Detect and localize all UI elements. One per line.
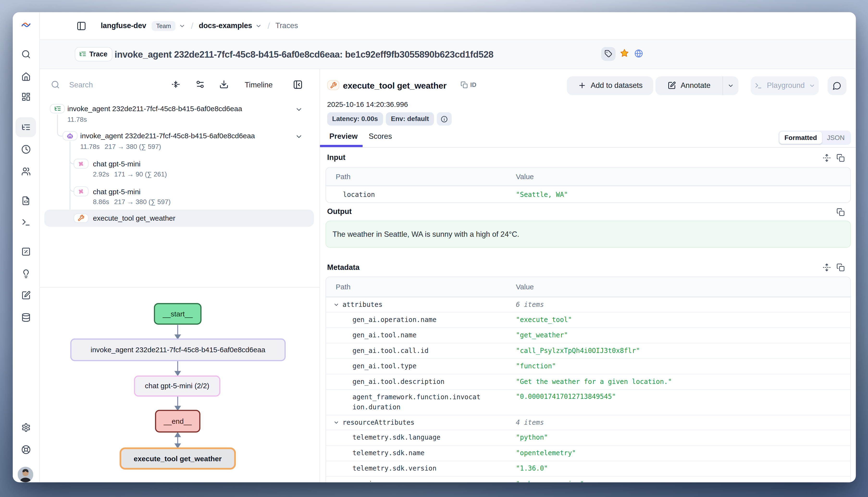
generation-row-icon bbox=[73, 159, 88, 169]
tabs-divider bbox=[320, 147, 856, 148]
search-icon[interactable] bbox=[21, 49, 30, 59]
graph-node-tool[interactable]: execute_tool get_weather bbox=[120, 448, 236, 470]
tree-row-duration: 8.86s bbox=[93, 198, 109, 205]
metadata-label: Metadata bbox=[327, 263, 359, 272]
metadata-table: Path Value attributes 6 items gen_ai.ope… bbox=[326, 276, 851, 482]
home-icon[interactable] bbox=[21, 72, 30, 82]
table-row[interactable]: gen_ai.tool.type"function" bbox=[326, 358, 850, 373]
annotation-icon[interactable] bbox=[21, 291, 30, 300]
breadcrumb-page[interactable]: Traces bbox=[275, 22, 298, 30]
agent-row-icon bbox=[63, 131, 78, 141]
add-to-datasets-button[interactable]: Add to datasets bbox=[567, 76, 653, 95]
tree-row-title[interactable]: invoke_agent 232de211-7fcf-45c8-b415-6af… bbox=[80, 132, 255, 140]
prompts-icon[interactable] bbox=[21, 196, 30, 205]
tab-scores[interactable]: Scores bbox=[369, 132, 392, 140]
avatar[interactable] bbox=[17, 467, 33, 482]
users-icon[interactable] bbox=[21, 167, 30, 176]
graph-node-end[interactable]: __end__ bbox=[155, 410, 201, 432]
badges-row: Latency: 0.00s Env: default bbox=[327, 112, 452, 126]
trace-title-bar: Trace invoke_agent 232de211-7fcf-45c8-b4… bbox=[40, 40, 856, 69]
tree-row-tokens: 217 → 380 (∑ 597) bbox=[105, 142, 161, 150]
traces-icon[interactable] bbox=[21, 123, 30, 132]
sessions-icon[interactable] bbox=[21, 144, 30, 154]
comments-button[interactable] bbox=[828, 76, 846, 95]
trace-title: invoke_agent 232de211-7fcf-45c8-b415-6af… bbox=[115, 40, 493, 69]
breadcrumb-org[interactable]: langfuse-dev bbox=[101, 22, 146, 30]
table-row[interactable]: telemetry.sdk.language"python" bbox=[326, 429, 850, 445]
expand-rows-icon[interactable] bbox=[823, 153, 831, 162]
observation-detail-panel: execute_tool get_weather ID Add to datas… bbox=[320, 69, 856, 482]
langfuse-logo-icon bbox=[20, 20, 31, 30]
graph-node-agent[interactable]: invoke_agent 232de211-7fcf-45c8-b415-6af… bbox=[70, 339, 286, 361]
panel-toggle-icon[interactable] bbox=[77, 21, 86, 31]
tree-row-tokens: 217 → 380 (∑ 597) bbox=[114, 198, 170, 205]
format-formatted[interactable]: Formatted bbox=[780, 131, 822, 144]
plus-icon bbox=[578, 81, 587, 90]
annotate-more-chevron[interactable] bbox=[722, 76, 739, 95]
evals-icon[interactable] bbox=[21, 247, 30, 256]
org-type-badge: Team bbox=[152, 21, 176, 31]
observation-title: execute_tool get_weather bbox=[343, 76, 446, 95]
tree-row-tokens: 171 → 90 (∑ 261) bbox=[114, 170, 167, 178]
tag-icon[interactable] bbox=[601, 47, 616, 61]
graph-node-chat[interactable]: chat gpt-5-mini (2/2) bbox=[134, 375, 220, 396]
input-label: Input bbox=[327, 153, 345, 161]
copy-id[interactable]: ID bbox=[461, 81, 477, 88]
chevron-down-icon[interactable] bbox=[256, 23, 262, 29]
playground-icon[interactable] bbox=[21, 217, 30, 227]
table-row[interactable]: resourceAttributes 4 items bbox=[326, 415, 850, 429]
chevron-down-icon[interactable] bbox=[179, 23, 185, 29]
tool-row-icon bbox=[73, 213, 88, 223]
trace-type-badge: Trace bbox=[75, 47, 112, 61]
tree-row-title[interactable]: execute_tool get_weather bbox=[93, 214, 176, 223]
table-row[interactable]: service.name"unknown_service" bbox=[326, 476, 850, 482]
chevron-down-icon[interactable] bbox=[333, 420, 339, 425]
table-row[interactable]: telemetry.sdk.version"1.36.0" bbox=[326, 460, 850, 476]
table-row[interactable]: gen_ai.operation.name"execute_tool" bbox=[326, 312, 850, 327]
tree-connectors bbox=[40, 69, 319, 287]
annotate-pen-icon bbox=[668, 81, 676, 90]
tree-row-title[interactable]: invoke_agent 232de211-7fcf-45c8-b415-6af… bbox=[68, 104, 242, 113]
globe-icon[interactable] bbox=[634, 49, 643, 58]
table-row[interactable]: gen_ai.tool.name"get_weather" bbox=[326, 327, 850, 343]
table-row[interactable]: location "Seattle, WA" bbox=[326, 186, 850, 203]
star-icon[interactable] bbox=[620, 49, 629, 60]
chevron-down-icon[interactable] bbox=[333, 301, 339, 308]
table-row[interactable]: gen_ai.tool.call.id"call_PsylzxTpQh4i0OI… bbox=[326, 343, 850, 358]
support-icon[interactable] bbox=[21, 445, 30, 454]
expand-rows-icon[interactable] bbox=[823, 263, 831, 272]
chevron-down-icon[interactable] bbox=[295, 105, 303, 113]
input-table: Path Value location "Seattle, WA" bbox=[326, 167, 851, 203]
timestamp: 2025-10-16 14:20:36.996 bbox=[327, 100, 408, 108]
trace-tree-panel: Search Timeline bbox=[40, 69, 320, 482]
playground-button[interactable]: Playground bbox=[751, 76, 819, 95]
tree-row-title[interactable]: chat gpt-5-mini bbox=[93, 187, 141, 196]
copy-icon[interactable] bbox=[837, 263, 845, 272]
breadcrumb-project[interactable]: docs-examples bbox=[199, 22, 252, 30]
tree-row-title[interactable]: chat gpt-5-mini bbox=[93, 160, 141, 168]
annotate-button[interactable]: Annotate bbox=[656, 76, 739, 95]
content: Search Timeline bbox=[40, 69, 856, 482]
tree-row-duration: 2.92s bbox=[93, 170, 109, 178]
settings-icon[interactable] bbox=[21, 423, 30, 432]
chevron-down-icon bbox=[809, 82, 815, 89]
datasets-icon[interactable] bbox=[21, 313, 30, 322]
output-label: Output bbox=[327, 208, 352, 216]
tab-preview[interactable]: Preview bbox=[329, 132, 358, 140]
table-row[interactable]: telemetry.sdk.name"opentelemetry" bbox=[326, 445, 850, 460]
insights-icon[interactable] bbox=[21, 269, 30, 279]
format-toggle: Formatted JSON bbox=[779, 130, 851, 144]
table-row[interactable]: gen_ai.tool.description"Get the weather … bbox=[326, 373, 850, 389]
graph-node-start[interactable]: __start__ bbox=[154, 303, 202, 325]
env-badge: Env: default bbox=[386, 112, 434, 126]
info-badge[interactable] bbox=[437, 112, 452, 126]
generation-row-icon bbox=[73, 186, 88, 196]
format-json[interactable]: JSON bbox=[822, 133, 850, 141]
copy-icon[interactable] bbox=[837, 208, 845, 216]
table-row[interactable]: agent_framework.function.invocation.dura… bbox=[326, 389, 850, 415]
topbar: langfuse-dev Team / docs-examples / Trac… bbox=[40, 12, 856, 40]
chevron-down-icon[interactable] bbox=[295, 132, 303, 140]
table-row[interactable]: attributes 6 items bbox=[326, 297, 850, 312]
dashboard-icon[interactable] bbox=[21, 92, 30, 102]
copy-icon[interactable] bbox=[837, 153, 845, 162]
